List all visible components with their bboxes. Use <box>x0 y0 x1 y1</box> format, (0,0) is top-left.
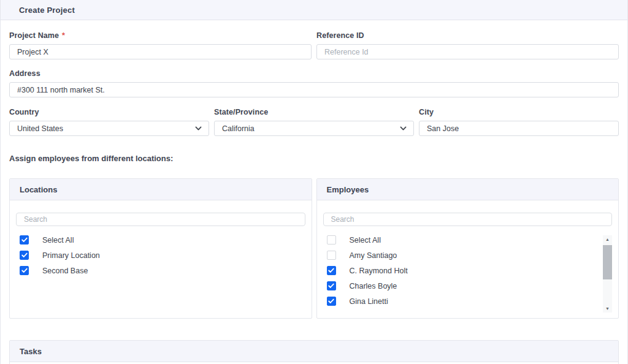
checkbox-checked-icon[interactable] <box>327 281 336 290</box>
scrollbar-thumb[interactable] <box>603 245 612 279</box>
address-label: Address <box>9 69 619 78</box>
country-select-value: United States <box>17 124 63 133</box>
required-asterisk: * <box>62 31 65 40</box>
employee-item[interactable]: Select All <box>327 235 603 245</box>
location-item-label: Primary Location <box>42 251 100 260</box>
create-project-page: Create Project Project Name* Reference I… <box>0 0 628 364</box>
project-form: Project Name* Reference ID Address Count… <box>1 20 627 319</box>
reference-id-field: Reference ID <box>316 31 619 59</box>
locations-panel-title: Locations <box>20 185 57 194</box>
checkbox-checked-icon[interactable] <box>327 297 336 306</box>
employees-list-wrap: Select AllAmy SantiagoC. Raymond HoltCha… <box>323 235 613 313</box>
employees-panel-title: Employees <box>327 185 369 194</box>
country-select[interactable]: United States <box>9 121 209 136</box>
country-label: Country <box>9 108 209 116</box>
employees-panel: Employees Select AllAmy SantiagoC. Raymo… <box>316 178 619 319</box>
chevron-down-icon <box>194 124 202 132</box>
locations-list-wrap: Select AllPrimary LocationSecond Base <box>16 235 305 281</box>
checkbox-unchecked-icon[interactable] <box>327 251 336 260</box>
employee-item-label: Select All <box>350 236 381 245</box>
check-icon <box>21 268 28 273</box>
locations-checkbox-list: Select AllPrimary LocationSecond Base <box>16 235 305 281</box>
checkbox-checked-icon[interactable] <box>20 251 29 260</box>
location-item[interactable]: Second Base <box>20 266 305 275</box>
employee-item[interactable]: Charles Boyle <box>327 281 603 290</box>
form-row-1: Project Name* Reference ID <box>9 31 619 59</box>
employee-item[interactable]: Gina Linetti <box>327 297 603 306</box>
tasks-panel-header: Tasks <box>10 341 618 362</box>
address-input[interactable] <box>9 82 619 97</box>
location-item-label: Second Base <box>42 267 88 275</box>
location-item-label: Select All <box>42 236 74 245</box>
checkbox-unchecked-icon[interactable] <box>327 235 336 245</box>
city-label: City <box>419 108 619 116</box>
tasks-panel-title: Tasks <box>20 347 42 356</box>
state-select[interactable]: California <box>214 121 414 136</box>
checkbox-checked-icon[interactable] <box>20 235 29 245</box>
employee-item-label: Gina Linetti <box>350 297 388 306</box>
location-item[interactable]: Primary Location <box>20 251 305 260</box>
form-row-2: Address <box>9 69 619 97</box>
employee-item[interactable]: Amy Santiago <box>327 251 603 260</box>
checkbox-checked-icon[interactable] <box>327 266 336 275</box>
employee-item-label: C. Raymond Holt <box>350 267 408 275</box>
locations-panel-header: Locations <box>10 179 312 200</box>
city-field: City <box>419 108 619 136</box>
scrollbar-down-icon[interactable]: ▼ <box>603 305 612 313</box>
employee-item-label: Charles Boyle <box>350 282 397 290</box>
tasks-panel: Tasks <box>9 340 619 364</box>
check-icon <box>328 268 334 273</box>
project-name-field: Project Name* <box>9 31 312 59</box>
check-icon <box>21 252 28 258</box>
location-item[interactable]: Select All <box>20 235 305 245</box>
reference-id-label: Reference ID <box>316 31 619 40</box>
check-icon <box>328 283 334 289</box>
employee-item-label: Amy Santiago <box>350 251 397 260</box>
checkbox-checked-icon[interactable] <box>20 266 29 275</box>
employees-panel-body: Select AllAmy SantiagoC. Raymond HoltCha… <box>317 200 619 313</box>
city-input[interactable] <box>419 121 619 136</box>
locations-search-input[interactable] <box>16 213 305 226</box>
assignment-panels: Locations Select AllPrimary LocationSeco… <box>9 178 619 319</box>
project-name-label: Project Name* <box>9 31 312 40</box>
chevron-down-icon <box>399 124 407 132</box>
country-field: Country United States <box>9 108 209 136</box>
employees-scrollbar[interactable]: ▲ ▼ <box>603 235 612 313</box>
state-select-value: California <box>222 124 255 133</box>
locations-panel-body: Select AllPrimary LocationSecond Base <box>10 200 312 281</box>
form-row-3: Country United States State/Province Cal… <box>9 108 619 136</box>
employee-item[interactable]: C. Raymond Holt <box>327 266 603 275</box>
assign-employees-heading: Assign employees from different location… <box>9 154 619 163</box>
state-label: State/Province <box>214 108 414 116</box>
scrollbar-up-icon[interactable]: ▲ <box>603 235 612 243</box>
employees-checkbox-list: Select AllAmy SantiagoC. Raymond HoltCha… <box>323 235 603 313</box>
page-header: Create Project <box>1 0 627 20</box>
state-field: State/Province California <box>214 108 414 136</box>
reference-id-input[interactable] <box>316 44 619 59</box>
employees-panel-header: Employees <box>317 179 619 200</box>
check-icon <box>21 237 28 243</box>
address-field: Address <box>9 69 619 97</box>
locations-panel: Locations Select AllPrimary LocationSeco… <box>9 178 312 319</box>
project-name-input[interactable] <box>9 44 312 59</box>
employees-search-input[interactable] <box>323 213 613 226</box>
check-icon <box>328 298 334 304</box>
page-title: Create Project <box>19 6 75 15</box>
